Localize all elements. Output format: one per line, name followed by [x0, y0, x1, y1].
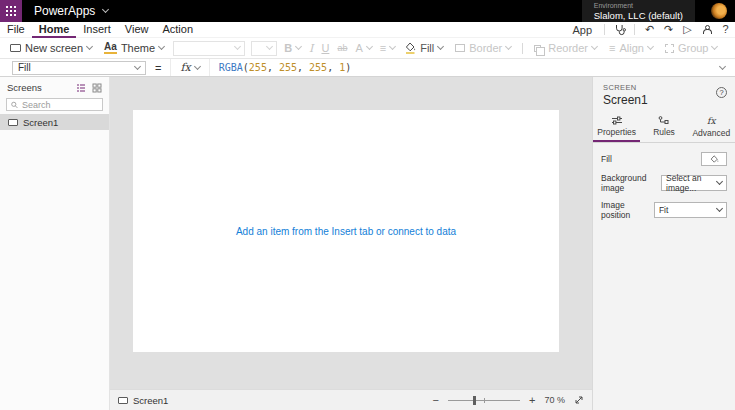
search-input[interactable] — [22, 100, 98, 110]
text-align-button: ≡ — [376, 42, 399, 54]
app-menu-button[interactable]: App — [565, 24, 599, 36]
play-preview-icon[interactable]: ▷ — [678, 22, 697, 38]
screen-tree-item-label: Screen1 — [23, 117, 58, 128]
border-icon — [455, 44, 465, 52]
equals-sign: = — [155, 62, 161, 74]
environment-picker[interactable]: Environment Slalom, LLC (default) — [582, 0, 695, 22]
chevron-down-icon — [266, 43, 273, 50]
chevron-down-icon — [194, 62, 201, 69]
fill-button[interactable]: Fill — [399, 42, 449, 54]
screen-tree-item[interactable]: Screen1 — [0, 114, 109, 130]
thumbnail-view-icon[interactable] — [92, 83, 102, 93]
theme-button[interactable]: Aa Theme — [98, 42, 170, 54]
menu-item-view[interactable]: View — [118, 22, 156, 38]
fill-color-button[interactable] — [701, 152, 727, 166]
chevron-down-icon — [295, 43, 302, 50]
app-checker-icon[interactable] — [610, 22, 629, 38]
chevron-down-icon — [437, 43, 444, 50]
zoom-controls: − + 70 % — [433, 395, 592, 406]
font-size-dropdown — [251, 41, 277, 56]
fill-field-label: Fill — [601, 154, 612, 164]
app-name: PowerApps — [34, 4, 95, 18]
statusbar-screen: Screen1 — [110, 395, 168, 406]
properties-panel: SCREEN Screen1 ? Properties Rules fx Adv… — [592, 77, 735, 410]
reorder-icon — [534, 45, 541, 52]
new-screen-button[interactable]: New screen — [4, 42, 98, 54]
chevron-down-icon — [134, 62, 141, 69]
group-button: Group — [659, 42, 724, 54]
tab-advanced[interactable]: fx Advanced — [688, 113, 735, 142]
zoom-slider-handle[interactable] — [473, 396, 476, 405]
bold-button: B — [280, 42, 305, 54]
font-color-button: A — [351, 42, 375, 54]
waffle-menu-button[interactable] — [0, 0, 22, 22]
menu-item-home[interactable]: Home — [32, 22, 77, 38]
zoom-level: 70 % — [544, 395, 565, 405]
paint-bucket-icon — [710, 155, 719, 164]
image-position-field-row: Image position Fit — [601, 200, 727, 220]
paint-bucket-icon — [405, 42, 416, 54]
formula-input[interactable]: RGBA(255, 255, 255, 1) — [219, 62, 352, 73]
help-icon[interactable]: ? — [716, 22, 735, 38]
screens-panel-title: Screens — [7, 82, 42, 93]
align-lines-icon: ≡ — [380, 42, 386, 54]
canvas-empty-message[interactable]: Add an item from the Insert tab or conne… — [236, 226, 456, 237]
theme-label: Theme — [121, 42, 155, 54]
statusbar-screen-label: Screen1 — [133, 395, 168, 406]
zoom-slider[interactable] — [448, 396, 520, 405]
redo-icon[interactable]: ↷ — [659, 22, 678, 38]
align-objects-icon: ≡ — [609, 42, 615, 54]
underline-button: U — [317, 42, 333, 54]
menu-item-action[interactable]: Action — [155, 22, 200, 38]
divider — [604, 24, 605, 35]
chevron-down-icon — [234, 43, 241, 50]
formula-bar-expand-icon[interactable] — [719, 62, 726, 69]
background-image-dropdown[interactable]: Select an image... — [661, 175, 727, 191]
rules-icon — [658, 116, 669, 125]
formula-bar: Fill = fx RGBA(255, 255, 255, 1) — [0, 58, 735, 77]
tab-properties[interactable]: Properties — [593, 113, 640, 142]
ribbon: New screen Aa Theme B I U ab A ≡ Fill Bo… — [0, 38, 735, 58]
fx-icon: fx — [180, 61, 190, 74]
share-person-icon[interactable] — [697, 22, 716, 38]
menu-item-insert[interactable]: Insert — [76, 22, 118, 38]
environment-name: Slalom, LLC (default) — [594, 10, 683, 21]
chevron-down-icon — [716, 178, 723, 185]
fx-dropdown[interactable]: fx — [170, 59, 209, 76]
chevron-down-icon — [389, 43, 396, 50]
list-view-icon[interactable] — [76, 83, 86, 93]
selected-object-name: Screen1 — [603, 93, 725, 107]
image-position-label: Image position — [601, 200, 654, 220]
image-position-dropdown[interactable]: Fit — [654, 202, 727, 218]
zoom-out-button[interactable]: − — [433, 395, 439, 406]
fill-label: Fill — [420, 42, 434, 54]
sliders-icon — [611, 116, 623, 125]
tab-rules[interactable]: Rules — [640, 113, 687, 142]
menu-item-file[interactable]: File — [0, 22, 32, 38]
undo-icon[interactable]: ↶ — [640, 22, 659, 38]
environment-label: Environment — [594, 2, 683, 10]
background-image-field-row: Background image Select an image... — [601, 173, 727, 193]
divider — [522, 43, 523, 54]
properties-panel-tabs: Properties Rules fx Advanced — [593, 113, 735, 143]
fit-to-window-icon[interactable] — [574, 395, 584, 405]
canvas-area: Add an item from the Insert tab or conne… — [110, 77, 592, 389]
reorder-button: Reorder — [528, 42, 603, 54]
property-selector[interactable]: Fill — [12, 61, 146, 75]
strikethrough-button: ab — [333, 43, 351, 53]
property-selector-value: Fill — [18, 62, 31, 73]
group-icon — [665, 44, 674, 53]
screen-canvas[interactable]: Add an item from the Insert tab or conne… — [133, 110, 559, 352]
screen-icon — [10, 44, 21, 52]
screen-icon — [8, 119, 18, 126]
background-image-label: Background image — [601, 173, 661, 193]
zoom-in-button[interactable]: + — [529, 395, 535, 406]
avatar[interactable] — [711, 3, 727, 19]
properties-panel-header: SCREEN Screen1 ? — [593, 77, 735, 107]
panel-help-icon[interactable]: ? — [716, 87, 727, 98]
view-toggle-icons — [76, 83, 102, 93]
properties-fields: Fill Background image Select an image...… — [593, 143, 735, 220]
fx-icon: fx — [707, 116, 715, 126]
app-title-menu[interactable]: PowerApps — [34, 4, 108, 18]
chevron-down-icon — [505, 43, 512, 50]
